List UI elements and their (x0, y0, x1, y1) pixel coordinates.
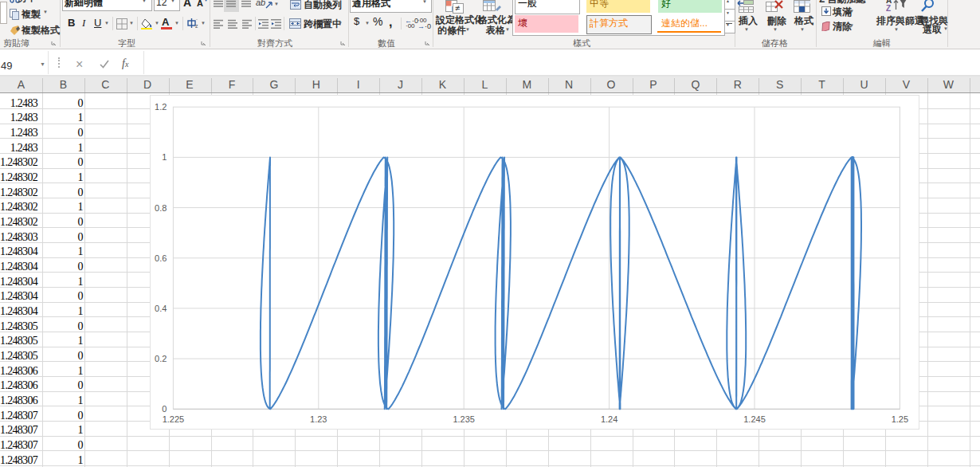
svg-text:z: z (195, 23, 198, 29)
svg-text:1.24: 1.24 (601, 414, 617, 424)
svg-text:≠: ≠ (455, 3, 460, 13)
svg-text:1.235: 1.235 (453, 414, 475, 424)
svg-text:0.6: 0.6 (155, 253, 167, 263)
svg-text:1.245: 1.245 (743, 414, 766, 424)
svg-text:1.225: 1.225 (163, 414, 185, 424)
svg-text:1.25: 1.25 (892, 414, 908, 424)
svg-text:0: 0 (162, 404, 167, 414)
svg-text:1.23: 1.23 (310, 414, 327, 424)
svg-text:1: 1 (162, 152, 167, 162)
svg-text:0.8: 0.8 (155, 203, 167, 213)
svg-text:0.4: 0.4 (155, 304, 167, 313)
svg-text:Z: Z (886, 4, 891, 12)
svg-text:1.2: 1.2 (155, 102, 167, 112)
svg-text:0.2: 0.2 (155, 354, 167, 363)
